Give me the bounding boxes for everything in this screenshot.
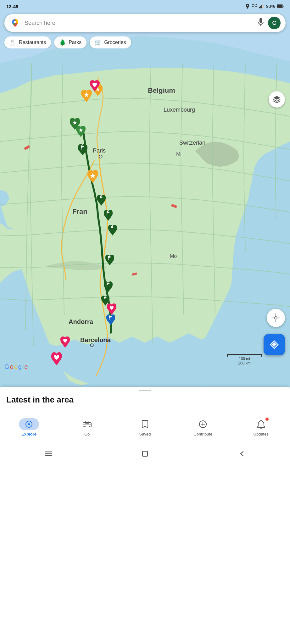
android-home-icon <box>142 450 148 457</box>
nav-go[interactable]: Go <box>75 418 100 436</box>
nav-saved[interactable]: Saved <box>132 418 158 436</box>
battery-display: 93% <box>266 4 275 9</box>
time-display: 12:49 <box>6 4 18 9</box>
user-avatar[interactable]: C <box>268 17 281 29</box>
go-icon <box>83 421 92 428</box>
location-button[interactable] <box>267 309 285 327</box>
scale-bar: 100 mi 200 km <box>227 354 262 365</box>
star-pin-green-1[interactable] <box>70 118 80 132</box>
map-container[interactable]: Belgium Luxembourg Paris Fran Switzerlan… <box>0 0 290 387</box>
android-back-button[interactable] <box>235 447 248 460</box>
flag-pin-2[interactable] <box>104 210 113 223</box>
wifi-icon <box>252 4 257 8</box>
updates-icon <box>257 420 265 429</box>
saved-icon-wrap <box>135 418 155 430</box>
directions-icon <box>269 339 280 350</box>
andorra-label: Andorra <box>69 318 93 325</box>
svg-rect-2 <box>261 5 262 8</box>
android-nav-bar <box>0 444 290 463</box>
bottom-nav: Explore Go Saved <box>0 410 290 444</box>
svg-rect-1 <box>260 6 261 8</box>
chip-parks-label: Parks <box>69 40 81 45</box>
contribute-label: Contribute <box>193 432 212 436</box>
google-watermark[interactable]: G o o g l e <box>4 363 28 370</box>
flag-pin-4[interactable] <box>105 255 114 267</box>
scale-km: 200 km <box>227 361 262 365</box>
star-pin-3[interactable] <box>87 170 98 185</box>
android-menu-icon <box>45 451 52 457</box>
heart-pin-barcelona-1[interactable] <box>60 336 70 350</box>
nav-contribute[interactable]: Contribute <box>190 418 215 436</box>
layers-button[interactable] <box>269 91 285 108</box>
svg-point-30 <box>89 426 90 427</box>
updates-icon-wrap <box>251 418 271 430</box>
nav-explore[interactable]: Explore <box>16 418 42 436</box>
sheet-title: Latest in the area <box>0 395 290 410</box>
heart-pin-barcelona-2[interactable] <box>51 352 62 367</box>
luxembourg-label: Luxembourg <box>164 107 195 113</box>
flag-pin-paris[interactable] <box>78 144 87 157</box>
flag-pin-1[interactable] <box>97 195 106 208</box>
chip-parks[interactable]: 🌲 Parks <box>54 36 86 48</box>
mic-icon[interactable] <box>257 18 264 28</box>
france-label: Fran <box>72 208 87 215</box>
map-svg: Belgium Luxembourg Paris Fran Switzerlan… <box>0 0 290 387</box>
updates-label: Updates <box>254 432 269 436</box>
battery-icon <box>277 4 284 8</box>
svg-rect-6 <box>283 6 284 7</box>
sheet-handle <box>139 390 151 391</box>
svg-point-29 <box>84 426 86 427</box>
star-pin-1[interactable] <box>81 90 92 104</box>
mo-label: Mo <box>170 253 177 259</box>
parks-icon: 🌲 <box>59 39 66 46</box>
svg-rect-3 <box>262 4 263 8</box>
barcelona-label: Barcelona <box>80 336 111 343</box>
scale-miles: 100 mi <box>227 357 262 361</box>
groceries-icon: 🛒 <box>95 39 102 46</box>
svg-point-21 <box>275 317 277 319</box>
explore-icon <box>25 420 33 428</box>
status-icons: 93% <box>245 4 284 9</box>
signal-icon <box>259 4 264 8</box>
chip-groceries-label: Groceries <box>104 40 126 45</box>
navigate-button[interactable] <box>264 334 285 355</box>
contribute-icon-wrap <box>193 418 213 430</box>
explore-icon-wrap <box>19 418 39 430</box>
svg-rect-4 <box>263 4 264 8</box>
flag-pin-3[interactable] <box>108 225 117 237</box>
filter-chips: 🍴 Restaurants 🌲 Parks 🛒 Groceries <box>4 36 290 48</box>
search-bar[interactable]: C <box>4 14 286 32</box>
svg-rect-38 <box>142 451 148 456</box>
google-maps-logo-icon <box>9 17 21 29</box>
nav-updates[interactable]: Updates <box>248 418 274 436</box>
chip-restaurants-label: Restaurants <box>19 40 46 45</box>
svg-rect-7 <box>277 5 282 8</box>
layers-icon <box>273 95 281 103</box>
paris-label: Paris <box>93 147 106 154</box>
updates-notification-dot <box>265 418 269 421</box>
android-home-button[interactable] <box>139 447 151 460</box>
android-menu-button[interactable] <box>42 447 55 460</box>
chip-restaurants[interactable]: 🍴 Restaurants <box>4 36 51 48</box>
flag-pin-blue[interactable] <box>106 314 115 327</box>
explore-label: Explore <box>21 432 36 436</box>
saved-icon <box>142 420 148 429</box>
belgium-label: Belgium <box>148 86 175 94</box>
go-icon-wrap <box>77 418 97 430</box>
flag-pin-5[interactable] <box>104 281 113 294</box>
restaurants-icon: 🍴 <box>9 39 16 46</box>
svg-point-26 <box>28 423 30 425</box>
android-back-icon <box>239 451 244 457</box>
search-input[interactable] <box>25 20 254 26</box>
svg-point-20 <box>14 21 16 23</box>
location-status-icon <box>245 4 250 9</box>
switzerland-label: Switzerlan <box>179 140 205 146</box>
my-location-icon <box>271 314 280 322</box>
saved-label: Saved <box>139 432 151 436</box>
chip-groceries[interactable]: 🛒 Groceries <box>90 36 131 48</box>
bottom-sheet: Latest in the area <box>0 387 290 410</box>
go-label: Go <box>84 432 90 436</box>
mi-label: Mi <box>176 151 181 157</box>
svg-rect-0 <box>259 7 260 8</box>
status-bar: 12:49 93% <box>0 0 290 13</box>
